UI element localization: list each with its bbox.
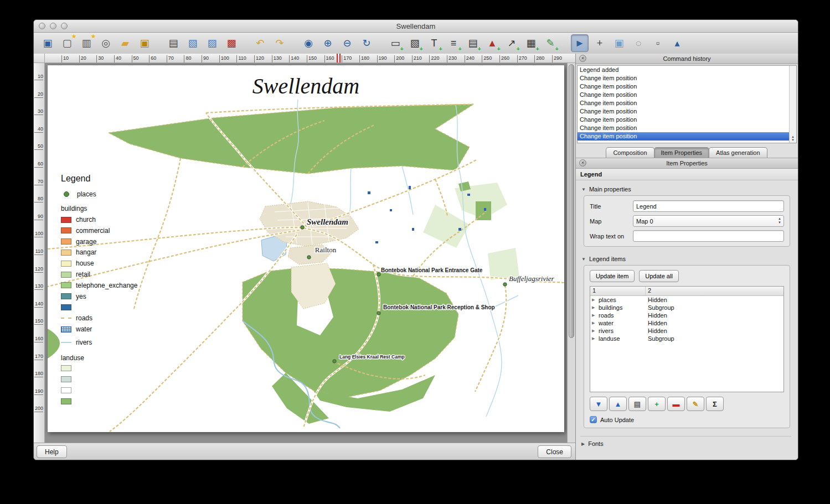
undo-icon[interactable]: ↶ [252,35,269,51]
add-table-icon[interactable]: ▦+ [523,35,539,51]
scrollbar-thumb[interactable] [569,64,574,338]
zoom-window-button[interactable] [61,23,68,29]
history-entry[interactable]: Change item position [578,116,796,124]
command-history-list[interactable]: ▲▼ Legend addedChange item positionChang… [577,65,797,143]
close-item-properties-icon[interactable]: × [579,159,586,167]
fonts-section[interactable]: ▶ Fonts [580,436,791,447]
duplicate-item-button[interactable]: ▤ [628,397,646,411]
redo-icon[interactable]: ↷ [271,35,288,51]
refresh-view-icon[interactable]: ↻ [358,35,375,51]
close-button[interactable]: Close [538,445,571,458]
ruler-number: 230 [447,55,457,63]
add-map-icon[interactable]: ▭+ [387,35,404,51]
legend-item-row[interactable]: ▶landuseSubgroup [590,335,783,342]
move-item-down-button[interactable]: ▼ [590,397,607,411]
combo-arrows-icon: ▲▼ [778,217,781,225]
ruler-number: 110 [236,55,246,63]
lock-items-icon[interactable]: ◌ [630,35,647,51]
ruler-indicator [337,54,338,63]
scroll-down-icon[interactable]: ▼ [791,138,795,142]
add-html-icon[interactable]: ✎+ [542,35,559,51]
legend-item-row[interactable]: ▶roadsHidden [590,311,783,319]
item-properties-header: × Item Properties [576,158,798,169]
add-scalebar-icon[interactable]: ▤+ [465,35,481,51]
history-entry[interactable]: Change item position [578,132,796,141]
ruler-number: 30 [34,108,43,115]
move-item-up-button[interactable]: ▲ [609,397,627,411]
legend-item-row[interactable]: ▶riversHidden [590,327,783,335]
map-legend-item[interactable]: Legend places buildings roads [58,65,185,432]
move-item-content-icon[interactable]: + [591,35,608,51]
load-template-icon[interactable]: ▰ [117,35,133,51]
history-scrollbar[interactable]: ▲▼ [789,66,796,143]
count-symbols-button[interactable]: Σ [706,397,724,411]
ruler-number: 220 [429,55,439,63]
update-item-button[interactable]: Update item [590,270,635,282]
new-composition-icon[interactable]: ▢★ [59,35,75,51]
history-entry[interactable]: Change item position [578,124,796,132]
tab-atlas-generation[interactable]: Atlas generation [709,147,767,158]
ruler-number: 110 [34,248,43,255]
legend-items-section[interactable]: ▼ Legend items [580,252,791,265]
title-input[interactable] [633,200,784,212]
select-move-item-icon[interactable]: ► [571,34,589,52]
history-entry[interactable]: Change item position [578,74,796,82]
canvas-vertical-scrollbar[interactable] [567,63,575,443]
align-items-icon[interactable]: ▫ [649,35,666,51]
edit-item-button[interactable]: ✎ [687,397,704,411]
add-shape-icon[interactable]: ▲+ [484,35,501,51]
add-label-icon[interactable]: T+ [426,35,442,51]
export-svg-icon[interactable]: ▨ [204,35,220,51]
zoom-out-icon[interactable]: ⊖ [339,35,355,51]
composer-canvas[interactable]: Swellendam Railton Bontebok National Par… [45,63,567,443]
minimize-window-button[interactable] [50,23,56,29]
collapse-triangle-icon: ▼ [581,187,586,192]
map-select[interactable]: Map 0 ▲▼ [633,215,784,227]
ruler-number: 290 [552,55,562,63]
history-entry[interactable]: Change item position [578,91,796,99]
legend-landuse-swatch [61,386,71,394]
update-all-button[interactable]: Update all [639,270,679,282]
wrap-text-input[interactable] [633,230,784,242]
auto-update-checkbox[interactable]: ✓ [590,416,597,423]
help-button[interactable]: Help [37,445,67,458]
close-command-history-icon[interactable]: × [579,55,586,62]
save-project-icon[interactable]: ▣ [39,35,56,51]
legend-item-row[interactable]: ▶buildingsSubgroup [590,304,783,311]
legend-landuse-swatch [61,364,71,372]
export-image-icon[interactable]: ▧ [184,35,201,51]
history-entry[interactable]: Change item position [578,82,796,91]
history-entry[interactable]: Change item position [578,99,796,107]
label-entrance-gate: Bontebok National Park Entrance Gate [381,267,483,273]
zoom-full-icon[interactable]: ◉ [300,35,317,51]
composition-manager-icon[interactable]: ◎ [97,35,114,51]
export-pdf-icon[interactable]: ▩ [223,35,240,51]
legend-title: Legend [61,174,90,184]
legend-items-table[interactable]: 1 2 ▶placesHidden▶buildingsSubgroup▶road… [590,286,784,392]
zoom-in-icon[interactable]: ⊕ [319,35,336,51]
title-bar[interactable]: Swellendam [34,20,798,33]
legend-item-row[interactable]: ▶waterHidden [590,319,783,327]
tab-item-properties[interactable]: Item Properties [654,147,710,158]
remove-item-button[interactable]: ▬ [667,397,685,411]
small-dams-layer [368,186,486,243]
tab-composition[interactable]: Composition [606,147,654,158]
add-image-icon[interactable]: ▧+ [406,35,423,51]
history-entry[interactable]: Legend added [578,66,796,74]
add-legend-icon[interactable]: ≡+ [445,35,462,51]
toolbar-separator [291,35,297,51]
ruler-number: 160 [324,55,334,63]
duplicate-composition-icon[interactable]: ▥★ [78,35,95,51]
close-window-button[interactable] [39,23,45,29]
add-item-button[interactable]: + [648,397,666,411]
history-entry[interactable]: Change item position [578,107,796,116]
group-items-icon[interactable]: ▣ [611,35,627,51]
legend-item-row[interactable]: ▶placesHidden [590,296,783,304]
add-arrow-icon[interactable]: ↗+ [503,35,520,51]
save-as-template-icon[interactable]: ▣ [136,35,153,51]
composition-paper[interactable]: Swellendam Railton Bontebok National Par… [48,65,564,432]
raise-items-icon[interactable]: ▴ [669,35,685,51]
expand-triangle-icon: ▶ [581,441,585,446]
main-properties-section[interactable]: ▼ Main properties [580,183,791,195]
print-icon[interactable]: ▤ [165,35,182,51]
